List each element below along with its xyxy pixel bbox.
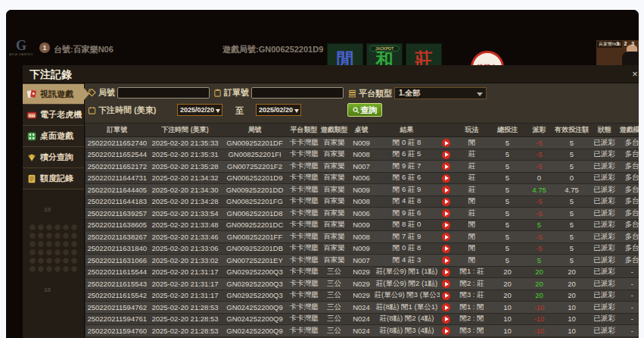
cell-play-type: 閒 [453, 219, 491, 231]
replay-icon[interactable] [442, 174, 450, 183]
cell-total-bet: 5 [491, 255, 524, 267]
replay-icon[interactable] [442, 280, 450, 288]
cell-payout: -5 [524, 149, 555, 161]
table-row[interactable]: 250220211644405 2025-02-20 21:34:30 GN00… [86, 184, 639, 196]
col-game-type: 遊戲類型 [320, 124, 349, 137]
cell-status: 已派彩 [590, 278, 620, 290]
date-to-select[interactable]: 2025/02/20 [256, 104, 301, 116]
cell-payout: 0 [524, 172, 555, 184]
cell-game-mode: - [620, 302, 639, 314]
table-row[interactable]: 250220211631066 2025-02-20 21:33:02 GN00… [86, 255, 639, 267]
platform-type-select[interactable]: 1.全部 [394, 87, 487, 99]
cell-game-mode: 多台 [620, 243, 639, 255]
sidebar-item-video-games[interactable]: 視訊遊戲 [23, 83, 84, 105]
search-button[interactable]: 查詢 [347, 103, 382, 117]
table-row[interactable]: 250220211631840 2025-02-20 21:33:06 GN00… [86, 243, 639, 255]
cell-payout: -10 [524, 325, 555, 337]
cell-replay [440, 255, 453, 267]
cell-game-type: 三公 [320, 313, 349, 325]
cell-order-no: 250220211615544 [86, 266, 149, 278]
cell-platform: 卡卡灣廳 [288, 313, 320, 325]
cell-round-no: GN029252200Q3 [222, 289, 288, 302]
cell-game-type: 三公 [320, 302, 349, 314]
close-icon[interactable]: × [629, 68, 639, 80]
table-row[interactable]: 250220211638267 2025-02-20 21:33:46 GN00… [86, 231, 639, 243]
date-from-select[interactable]: 2025/02/20 [177, 104, 222, 116]
video-feed: 百家樂N06 1 2 3 4 [596, 40, 639, 65]
table-row[interactable]: 250220211615544 2025-02-20 21:31:17 GN02… [86, 266, 639, 278]
replay-icon[interactable] [442, 139, 450, 147]
table-row[interactable]: 250220211652544 2025-02-20 21:35:31 GN00… [86, 149, 639, 161]
replay-icon[interactable] [442, 186, 450, 194]
cell-table-no: N008 [349, 196, 375, 208]
replay-icon[interactable] [442, 327, 450, 335]
round-no-label: 局號 [98, 87, 115, 99]
replay-icon[interactable] [442, 233, 450, 241]
replay-icon[interactable] [442, 162, 450, 171]
order-no-input[interactable] [251, 87, 344, 99]
table-row[interactable]: 250220211615543 2025-02-20 21:31:17 GN02… [86, 278, 639, 290]
cell-round-no: GN008252201FF [222, 231, 288, 243]
cell-valid-bet: 5 [555, 231, 590, 243]
cell-platform: 卡卡灣廳 [288, 208, 320, 220]
cell-game-type: 三公 [320, 278, 349, 290]
cell-game-type: 三公 [320, 289, 349, 302]
cell-game-type: 百家樂 [320, 255, 349, 267]
cell-order-no: 250220211594760 [86, 325, 149, 337]
table-row[interactable]: 250220211638605 2025-02-20 21:33:48 GN00… [86, 219, 639, 231]
cell-valid-bet: 4.75 [555, 184, 590, 196]
col-bet-time: 下注時間 (美東) [149, 124, 222, 137]
cell-total-bet: 5 [491, 208, 524, 220]
sidebar-item-slots[interactable]: 777 電子老虎機 [23, 105, 84, 126]
table-row[interactable]: 250220211594761 2025-02-20 21:28:53 GN02… [86, 313, 639, 325]
dealer-body [622, 52, 639, 65]
replay-icon[interactable] [442, 268, 450, 277]
cell-result: 莊(單公9) 閒3 (單公3) [375, 289, 440, 302]
replay-icon[interactable] [442, 151, 450, 159]
cell-total-bet: 5 [491, 161, 524, 173]
replay-icon[interactable] [442, 303, 450, 311]
replay-icon[interactable] [442, 315, 450, 324]
cell-order-no: 250220211615543 [86, 278, 149, 290]
sidebar-item-points-inquiry[interactable]: 積分查詢 [23, 147, 84, 168]
table-row[interactable]: 250220211652740 2025-02-20 21:35:33 GN00… [86, 137, 639, 149]
cell-bet-time: 2025-02-20 21:33:54 [149, 208, 222, 220]
replay-icon[interactable] [442, 292, 450, 300]
cell-status: 已派彩 [590, 161, 620, 173]
cell-bet-time: 2025-02-20 21:31:17 [149, 266, 222, 278]
table-row[interactable]: 250220211594760 2025-02-20 21:28:53 GN02… [86, 325, 639, 337]
cell-table-no: N006 [349, 172, 375, 184]
col-status: 狀態 [590, 124, 620, 137]
sidebar-item-quota-records[interactable]: 額度記錄 [23, 168, 84, 189]
cell-game-type: 百家樂 [320, 243, 349, 255]
cell-payout: -5 [524, 231, 555, 243]
sidebar-item-table-games[interactable]: 桌面遊戲 [23, 126, 84, 147]
table-row[interactable]: 250220211644731 2025-02-20 21:34:32 GN00… [86, 172, 639, 184]
sidebar: 視訊遊戲 777 電子老虎機 [23, 83, 85, 338]
cell-result: 閒 0 莊 8 [375, 137, 440, 149]
table-row[interactable]: 250220211639257 2025-02-20 21:33:54 GN00… [86, 208, 639, 220]
calendar-icon [88, 106, 96, 114]
cell-status: 已派彩 [590, 243, 620, 255]
round-no-input[interactable] [117, 87, 210, 99]
cell-bet-time: 2025-02-20 21:33:02 [149, 255, 222, 267]
table-row[interactable]: 250220211615542 2025-02-20 21:31:17 GN02… [86, 289, 639, 302]
cell-round-no: GN009252201DD [222, 184, 288, 196]
cell-bet-time: 2025-02-20 21:28:53 [149, 325, 222, 337]
cell-game-mode: - [620, 325, 639, 337]
table-row[interactable]: 250220211644183 2025-02-20 21:34:28 GN00… [86, 196, 639, 208]
replay-icon[interactable] [442, 256, 450, 264]
cell-bet-time: 2025-02-20 21:34:30 [149, 184, 222, 196]
table-row[interactable]: 250220211652172 2025-02-20 21:35:28 GN00… [86, 161, 639, 173]
cell-game-mode: 多台 [620, 196, 639, 208]
sidebar-item-label: 電子老虎機 [40, 109, 82, 120]
table-row[interactable]: 250220211594762 2025-02-20 21:28:53 GN02… [86, 302, 639, 314]
cell-replay [440, 231, 453, 243]
cell-payout: 20 [524, 266, 555, 278]
date-to-separator: 至 [235, 105, 244, 117]
replay-icon[interactable] [442, 198, 450, 206]
replay-icon[interactable] [442, 209, 450, 218]
replay-icon[interactable] [442, 245, 450, 253]
cell-valid-bet: 5 [555, 137, 590, 149]
replay-icon[interactable] [442, 221, 450, 230]
